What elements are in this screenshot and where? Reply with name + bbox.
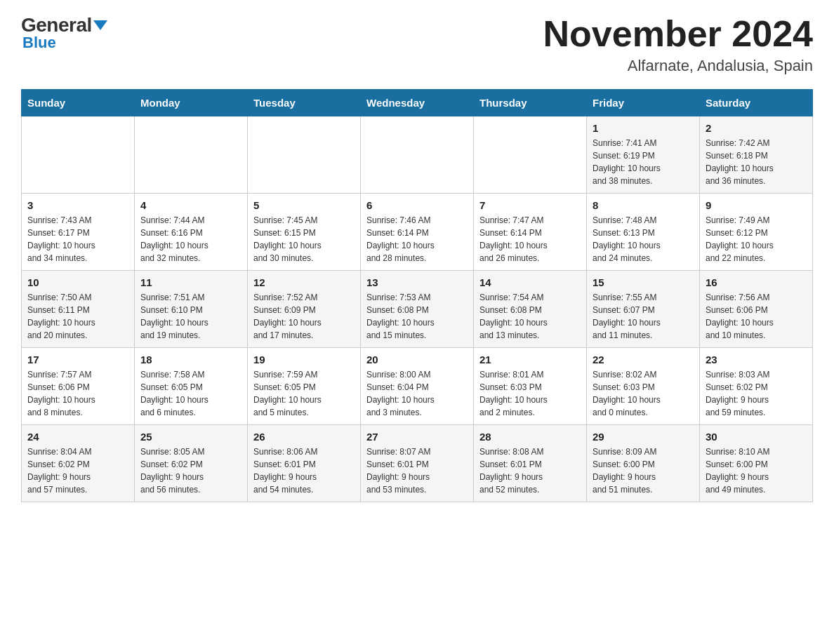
day-info: Sunrise: 7:55 AMSunset: 6:07 PMDaylight:… <box>593 291 694 342</box>
day-number: 6 <box>366 199 468 211</box>
day-info: Sunrise: 7:51 AMSunset: 6:10 PMDaylight:… <box>140 291 241 342</box>
calendar-week-row: 1Sunrise: 7:41 AMSunset: 6:19 PMDaylight… <box>22 116 813 194</box>
day-number: 15 <box>593 276 694 288</box>
calendar-cell: 11Sunrise: 7:51 AMSunset: 6:10 PMDayligh… <box>135 271 248 348</box>
day-number: 26 <box>253 431 355 443</box>
calendar-cell: 7Sunrise: 7:47 AMSunset: 6:14 PMDaylight… <box>474 194 587 271</box>
calendar-cell: 3Sunrise: 7:43 AMSunset: 6:17 PMDaylight… <box>22 194 135 271</box>
weekday-header: Thursday <box>474 90 587 116</box>
weekday-header: Tuesday <box>248 90 361 116</box>
calendar-cell: 24Sunrise: 8:04 AMSunset: 6:02 PMDayligh… <box>22 425 135 502</box>
day-number: 18 <box>140 354 241 365</box>
calendar-cell: 25Sunrise: 8:05 AMSunset: 6:02 PMDayligh… <box>135 425 248 502</box>
day-info: Sunrise: 7:58 AMSunset: 6:05 PMDaylight:… <box>140 368 241 419</box>
title-area: November 2024 Alfarnate, Andalusia, Spai… <box>543 14 813 75</box>
day-info: Sunrise: 7:52 AMSunset: 6:09 PMDaylight:… <box>253 291 355 342</box>
day-number: 30 <box>706 431 807 443</box>
day-number: 10 <box>27 276 128 288</box>
day-info: Sunrise: 7:48 AMSunset: 6:13 PMDaylight:… <box>593 214 694 264</box>
logo-triangle-icon <box>93 20 107 30</box>
calendar-cell: 20Sunrise: 8:00 AMSunset: 6:04 PMDayligh… <box>361 348 474 425</box>
day-number: 20 <box>366 354 468 365</box>
calendar-cell <box>361 116 474 194</box>
day-number: 11 <box>140 276 241 288</box>
calendar-cell: 6Sunrise: 7:46 AMSunset: 6:14 PMDaylight… <box>361 194 474 271</box>
day-number: 19 <box>253 354 355 365</box>
day-number: 4 <box>140 199 241 211</box>
day-info: Sunrise: 8:01 AMSunset: 6:03 PMDaylight:… <box>479 368 581 419</box>
day-info: Sunrise: 7:44 AMSunset: 6:16 PMDaylight:… <box>140 214 241 264</box>
weekday-header: Wednesday <box>361 90 474 116</box>
calendar-cell: 1Sunrise: 7:41 AMSunset: 6:19 PMDaylight… <box>587 116 700 194</box>
calendar-cell: 4Sunrise: 7:44 AMSunset: 6:16 PMDaylight… <box>135 194 248 271</box>
calendar-table: SundayMondayTuesdayWednesdayThursdayFrid… <box>21 89 813 502</box>
calendar-cell: 18Sunrise: 7:58 AMSunset: 6:05 PMDayligh… <box>135 348 248 425</box>
day-number: 21 <box>479 354 581 365</box>
day-number: 29 <box>593 431 694 443</box>
day-number: 8 <box>593 199 694 211</box>
day-number: 24 <box>27 431 128 443</box>
day-number: 5 <box>253 199 355 211</box>
day-info: Sunrise: 8:08 AMSunset: 6:01 PMDaylight:… <box>479 445 581 496</box>
calendar-week-row: 10Sunrise: 7:50 AMSunset: 6:11 PMDayligh… <box>22 271 813 348</box>
weekday-header: Monday <box>135 90 248 116</box>
logo: General Blue <box>21 14 107 52</box>
calendar-cell: 14Sunrise: 7:54 AMSunset: 6:08 PMDayligh… <box>474 271 587 348</box>
calendar-week-row: 17Sunrise: 7:57 AMSunset: 6:06 PMDayligh… <box>22 348 813 425</box>
logo-bottom: Blue <box>21 34 56 52</box>
calendar-cell: 23Sunrise: 8:03 AMSunset: 6:02 PMDayligh… <box>700 348 813 425</box>
day-info: Sunrise: 7:57 AMSunset: 6:06 PMDaylight:… <box>27 368 128 419</box>
day-info: Sunrise: 8:07 AMSunset: 6:01 PMDaylight:… <box>366 445 468 496</box>
day-number: 22 <box>593 354 694 365</box>
calendar-cell: 26Sunrise: 8:06 AMSunset: 6:01 PMDayligh… <box>248 425 361 502</box>
day-info: Sunrise: 8:04 AMSunset: 6:02 PMDaylight:… <box>27 445 128 496</box>
calendar-cell: 30Sunrise: 8:10 AMSunset: 6:00 PMDayligh… <box>700 425 813 502</box>
day-number: 28 <box>479 431 581 443</box>
calendar-subtitle: Alfarnate, Andalusia, Spain <box>543 57 813 75</box>
calendar-cell: 12Sunrise: 7:52 AMSunset: 6:09 PMDayligh… <box>248 271 361 348</box>
day-info: Sunrise: 8:03 AMSunset: 6:02 PMDaylight:… <box>706 368 807 419</box>
calendar-header: SundayMondayTuesdayWednesdayThursdayFrid… <box>22 90 813 116</box>
day-info: Sunrise: 8:09 AMSunset: 6:00 PMDaylight:… <box>593 445 694 496</box>
day-info: Sunrise: 8:10 AMSunset: 6:00 PMDaylight:… <box>706 445 807 496</box>
calendar-cell: 19Sunrise: 7:59 AMSunset: 6:05 PMDayligh… <box>248 348 361 425</box>
day-info: Sunrise: 7:50 AMSunset: 6:11 PMDaylight:… <box>27 291 128 342</box>
calendar-cell: 28Sunrise: 8:08 AMSunset: 6:01 PMDayligh… <box>474 425 587 502</box>
weekday-header: Sunday <box>22 90 135 116</box>
day-number: 25 <box>140 431 241 443</box>
calendar-cell: 21Sunrise: 8:01 AMSunset: 6:03 PMDayligh… <box>474 348 587 425</box>
weekday-header-row: SundayMondayTuesdayWednesdayThursdayFrid… <box>22 90 813 116</box>
weekday-header: Saturday <box>700 90 813 116</box>
day-info: Sunrise: 7:49 AMSunset: 6:12 PMDaylight:… <box>706 214 807 264</box>
day-info: Sunrise: 7:41 AMSunset: 6:19 PMDaylight:… <box>593 137 694 187</box>
day-info: Sunrise: 7:53 AMSunset: 6:08 PMDaylight:… <box>366 291 468 342</box>
day-info: Sunrise: 7:42 AMSunset: 6:18 PMDaylight:… <box>706 137 807 187</box>
calendar-cell <box>474 116 587 194</box>
calendar-body: 1Sunrise: 7:41 AMSunset: 6:19 PMDaylight… <box>22 116 813 502</box>
calendar-cell <box>135 116 248 194</box>
day-info: Sunrise: 8:02 AMSunset: 6:03 PMDaylight:… <box>593 368 694 419</box>
calendar-cell: 29Sunrise: 8:09 AMSunset: 6:00 PMDayligh… <box>587 425 700 502</box>
day-number: 3 <box>27 199 128 211</box>
day-number: 7 <box>479 199 581 211</box>
day-number: 17 <box>27 354 128 365</box>
day-info: Sunrise: 7:47 AMSunset: 6:14 PMDaylight:… <box>479 214 581 264</box>
day-number: 2 <box>706 122 807 134</box>
calendar-cell: 16Sunrise: 7:56 AMSunset: 6:06 PMDayligh… <box>700 271 813 348</box>
day-info: Sunrise: 7:43 AMSunset: 6:17 PMDaylight:… <box>27 214 128 264</box>
day-number: 13 <box>366 276 468 288</box>
day-info: Sunrise: 7:56 AMSunset: 6:06 PMDaylight:… <box>706 291 807 342</box>
calendar-cell: 5Sunrise: 7:45 AMSunset: 6:15 PMDaylight… <box>248 194 361 271</box>
day-info: Sunrise: 7:46 AMSunset: 6:14 PMDaylight:… <box>366 214 468 264</box>
calendar-title: November 2024 <box>543 14 813 54</box>
day-number: 14 <box>479 276 581 288</box>
calendar-cell: 8Sunrise: 7:48 AMSunset: 6:13 PMDaylight… <box>587 194 700 271</box>
day-number: 9 <box>706 199 807 211</box>
day-info: Sunrise: 7:54 AMSunset: 6:08 PMDaylight:… <box>479 291 581 342</box>
day-number: 27 <box>366 431 468 443</box>
day-number: 23 <box>706 354 807 365</box>
calendar-cell: 10Sunrise: 7:50 AMSunset: 6:11 PMDayligh… <box>22 271 135 348</box>
day-info: Sunrise: 8:05 AMSunset: 6:02 PMDaylight:… <box>140 445 241 496</box>
calendar-cell: 15Sunrise: 7:55 AMSunset: 6:07 PMDayligh… <box>587 271 700 348</box>
day-number: 12 <box>253 276 355 288</box>
